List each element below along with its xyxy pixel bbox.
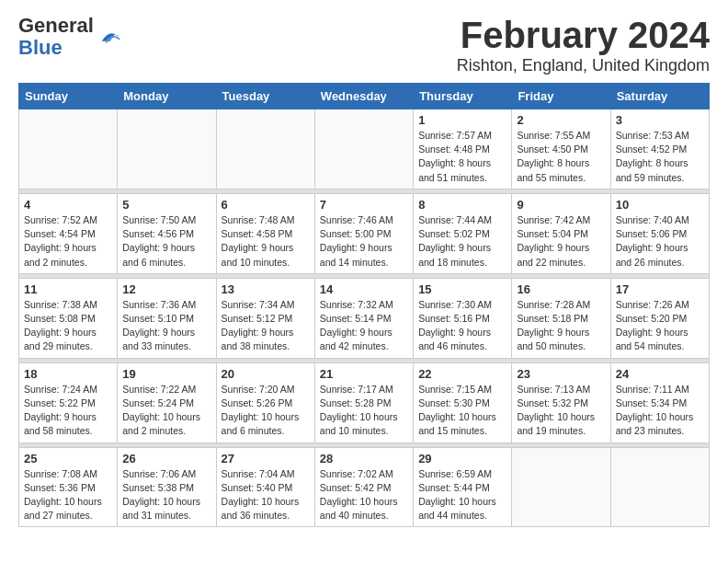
day-number: 8 <box>418 198 506 212</box>
day-info: Sunrise: 7:50 AM Sunset: 4:56 PM Dayligh… <box>122 213 210 270</box>
day-number: 7 <box>320 198 408 212</box>
day-info: Sunrise: 7:15 AM Sunset: 5:30 PM Dayligh… <box>418 383 506 439</box>
day-info: Sunrise: 7:17 AM Sunset: 5:28 PM Dayligh… <box>320 383 408 439</box>
header: General Blue February 2024 Rishton, Engl… <box>0 0 728 83</box>
day-number: 19 <box>122 367 210 381</box>
day-number: 1 <box>418 113 506 127</box>
column-header-thursday: Thursday <box>414 84 512 109</box>
calendar-cell: 11Sunrise: 7:38 AM Sunset: 5:08 PM Dayli… <box>19 278 118 358</box>
calendar-table: SundayMondayTuesdayWednesdayThursdayFrid… <box>18 83 710 527</box>
day-number: 29 <box>418 452 506 465</box>
calendar-subtitle: Rishton, England, United Kingdom <box>457 56 710 75</box>
day-number: 27 <box>222 452 310 465</box>
column-header-wednesday: Wednesday <box>314 84 413 109</box>
week-row-4: 25Sunrise: 7:08 AM Sunset: 5:36 PM Dayli… <box>19 447 710 527</box>
calendar-cell: 24Sunrise: 7:11 AM Sunset: 5:34 PM Dayli… <box>610 362 709 442</box>
day-info: Sunrise: 7:32 AM Sunset: 5:14 PM Dayligh… <box>320 298 408 354</box>
calendar-cell: 1Sunrise: 7:57 AM Sunset: 4:48 PM Daylig… <box>414 109 512 190</box>
logo: General Blue <box>18 15 123 59</box>
calendar-header-row: SundayMondayTuesdayWednesdayThursdayFrid… <box>19 84 710 109</box>
day-info: Sunrise: 7:52 AM Sunset: 4:54 PM Dayligh… <box>24 213 112 270</box>
day-number: 4 <box>24 198 112 212</box>
calendar-cell: 2Sunrise: 7:55 AM Sunset: 4:50 PM Daylig… <box>512 109 610 190</box>
week-row-0: 1Sunrise: 7:57 AM Sunset: 4:48 PM Daylig… <box>19 109 710 190</box>
day-number: 21 <box>320 367 408 381</box>
day-number: 18 <box>24 367 112 381</box>
calendar-cell: 9Sunrise: 7:42 AM Sunset: 5:04 PM Daylig… <box>512 193 610 273</box>
calendar-cell: 29Sunrise: 6:59 AM Sunset: 5:44 PM Dayli… <box>414 447 512 527</box>
day-info: Sunrise: 7:30 AM Sunset: 5:16 PM Dayligh… <box>418 298 506 354</box>
calendar-cell: 20Sunrise: 7:20 AM Sunset: 5:26 PM Dayli… <box>216 362 314 442</box>
day-number: 2 <box>517 113 605 127</box>
logo-blue-text: Blue <box>18 36 63 59</box>
day-info: Sunrise: 7:06 AM Sunset: 5:38 PM Dayligh… <box>122 467 210 523</box>
calendar-cell <box>314 109 413 190</box>
column-header-saturday: Saturday <box>610 84 709 109</box>
calendar-cell: 5Sunrise: 7:50 AM Sunset: 4:56 PM Daylig… <box>118 193 216 273</box>
calendar-cell: 25Sunrise: 7:08 AM Sunset: 5:36 PM Dayli… <box>19 447 118 527</box>
calendar-cell: 7Sunrise: 7:46 AM Sunset: 5:00 PM Daylig… <box>314 193 413 273</box>
day-info: Sunrise: 7:02 AM Sunset: 5:42 PM Dayligh… <box>320 467 408 523</box>
day-number: 3 <box>616 113 704 127</box>
day-number: 6 <box>222 198 310 212</box>
day-info: Sunrise: 7:38 AM Sunset: 5:08 PM Dayligh… <box>24 298 112 354</box>
calendar-cell: 21Sunrise: 7:17 AM Sunset: 5:28 PM Dayli… <box>314 362 413 442</box>
day-info: Sunrise: 6:59 AM Sunset: 5:44 PM Dayligh… <box>418 467 506 523</box>
day-info: Sunrise: 7:24 AM Sunset: 5:22 PM Dayligh… <box>24 383 112 439</box>
calendar-cell: 3Sunrise: 7:53 AM Sunset: 4:52 PM Daylig… <box>610 109 709 190</box>
calendar-cell: 18Sunrise: 7:24 AM Sunset: 5:22 PM Dayli… <box>19 362 118 442</box>
day-number: 9 <box>517 198 605 212</box>
day-number: 11 <box>24 282 112 296</box>
day-info: Sunrise: 7:48 AM Sunset: 4:58 PM Dayligh… <box>222 213 310 270</box>
column-header-sunday: Sunday <box>19 84 118 109</box>
day-number: 14 <box>320 282 408 296</box>
day-info: Sunrise: 7:46 AM Sunset: 5:00 PM Dayligh… <box>320 213 408 270</box>
day-number: 16 <box>517 282 605 296</box>
calendar-cell: 13Sunrise: 7:34 AM Sunset: 5:12 PM Dayli… <box>216 278 314 358</box>
calendar-cell <box>19 109 118 190</box>
logo-icon <box>97 24 123 50</box>
calendar-cell: 23Sunrise: 7:13 AM Sunset: 5:32 PM Dayli… <box>512 362 610 442</box>
day-number: 20 <box>222 367 310 381</box>
day-info: Sunrise: 7:11 AM Sunset: 5:34 PM Dayligh… <box>616 383 704 439</box>
day-info: Sunrise: 7:40 AM Sunset: 5:06 PM Dayligh… <box>616 213 704 270</box>
calendar-cell: 14Sunrise: 7:32 AM Sunset: 5:14 PM Dayli… <box>314 278 413 358</box>
day-number: 12 <box>122 282 210 296</box>
day-number: 17 <box>616 282 704 296</box>
calendar-cell <box>512 447 610 527</box>
day-info: Sunrise: 7:44 AM Sunset: 5:02 PM Dayligh… <box>418 213 506 270</box>
day-info: Sunrise: 7:08 AM Sunset: 5:36 PM Dayligh… <box>24 467 112 523</box>
calendar-cell: 19Sunrise: 7:22 AM Sunset: 5:24 PM Dayli… <box>118 362 216 442</box>
column-header-monday: Monday <box>118 84 216 109</box>
calendar-cell: 26Sunrise: 7:06 AM Sunset: 5:38 PM Dayli… <box>118 447 216 527</box>
calendar-cell <box>118 109 216 190</box>
day-info: Sunrise: 7:28 AM Sunset: 5:18 PM Dayligh… <box>517 298 605 354</box>
day-number: 5 <box>122 198 210 212</box>
day-info: Sunrise: 7:34 AM Sunset: 5:12 PM Dayligh… <box>222 298 310 354</box>
calendar-cell: 27Sunrise: 7:04 AM Sunset: 5:40 PM Dayli… <box>216 447 314 527</box>
day-info: Sunrise: 7:53 AM Sunset: 4:52 PM Dayligh… <box>616 129 704 185</box>
day-info: Sunrise: 7:36 AM Sunset: 5:10 PM Dayligh… <box>122 298 210 354</box>
calendar-cell: 10Sunrise: 7:40 AM Sunset: 5:06 PM Dayli… <box>610 193 709 273</box>
day-info: Sunrise: 7:26 AM Sunset: 5:20 PM Dayligh… <box>616 298 704 354</box>
week-row-2: 11Sunrise: 7:38 AM Sunset: 5:08 PM Dayli… <box>19 278 710 358</box>
day-info: Sunrise: 7:42 AM Sunset: 5:04 PM Dayligh… <box>517 213 605 270</box>
calendar-cell: 15Sunrise: 7:30 AM Sunset: 5:16 PM Dayli… <box>414 278 512 358</box>
week-row-3: 18Sunrise: 7:24 AM Sunset: 5:22 PM Dayli… <box>19 362 710 442</box>
day-info: Sunrise: 7:55 AM Sunset: 4:50 PM Dayligh… <box>517 129 605 185</box>
day-info: Sunrise: 7:20 AM Sunset: 5:26 PM Dayligh… <box>222 383 310 439</box>
column-header-tuesday: Tuesday <box>216 84 314 109</box>
column-header-friday: Friday <box>512 84 610 109</box>
calendar-cell: 16Sunrise: 7:28 AM Sunset: 5:18 PM Dayli… <box>512 278 610 358</box>
calendar-cell: 4Sunrise: 7:52 AM Sunset: 4:54 PM Daylig… <box>19 193 118 273</box>
day-info: Sunrise: 7:22 AM Sunset: 5:24 PM Dayligh… <box>122 383 210 439</box>
calendar-cell: 22Sunrise: 7:15 AM Sunset: 5:30 PM Dayli… <box>414 362 512 442</box>
calendar-cell <box>610 447 709 527</box>
calendar-cell: 28Sunrise: 7:02 AM Sunset: 5:42 PM Dayli… <box>314 447 413 527</box>
calendar-cell: 17Sunrise: 7:26 AM Sunset: 5:20 PM Dayli… <box>610 278 709 358</box>
day-info: Sunrise: 7:04 AM Sunset: 5:40 PM Dayligh… <box>222 467 310 523</box>
day-info: Sunrise: 7:57 AM Sunset: 4:48 PM Dayligh… <box>418 129 506 185</box>
calendar-cell: 8Sunrise: 7:44 AM Sunset: 5:02 PM Daylig… <box>414 193 512 273</box>
day-info: Sunrise: 7:13 AM Sunset: 5:32 PM Dayligh… <box>517 383 605 439</box>
calendar-cell: 12Sunrise: 7:36 AM Sunset: 5:10 PM Dayli… <box>118 278 216 358</box>
